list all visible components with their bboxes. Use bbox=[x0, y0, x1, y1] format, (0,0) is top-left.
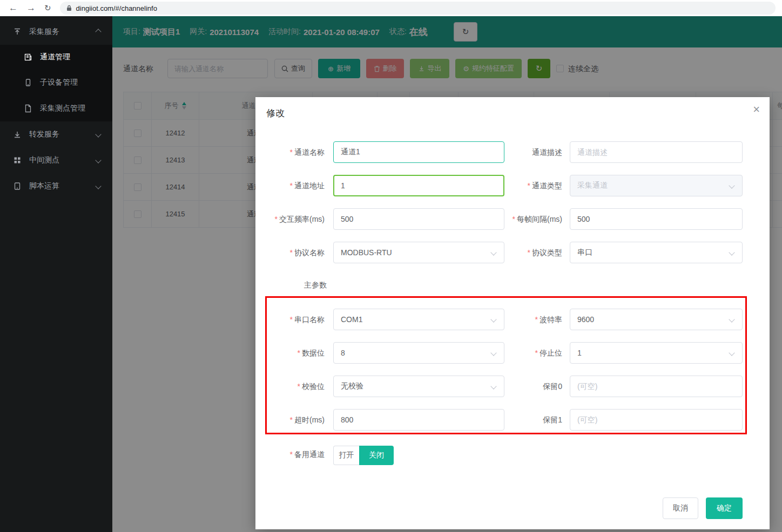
form-row: *备用通道 打开 关闭 bbox=[255, 445, 770, 464]
data-bits-select[interactable]: 8 bbox=[333, 342, 504, 364]
sidebar-item-channel-management[interactable]: 通道管理 bbox=[0, 45, 112, 70]
close-icon[interactable]: × bbox=[753, 104, 760, 115]
sidebar-item-subdevice-management[interactable]: 子设备管理 bbox=[0, 70, 112, 96]
sidebar-item-label: 子设备管理 bbox=[40, 78, 78, 87]
confirm-button[interactable]: 确定 bbox=[706, 497, 743, 519]
label-text: 备用通道 bbox=[294, 450, 325, 459]
device-icon bbox=[24, 78, 32, 87]
reserve1-input[interactable] bbox=[570, 409, 743, 431]
timeout-control bbox=[333, 409, 504, 431]
label-text: 保留1 bbox=[543, 415, 562, 424]
channel-type-select[interactable]: 采集通道 bbox=[570, 175, 743, 196]
required-mark: * bbox=[290, 315, 293, 324]
url-text: dingiiot.com/#/channelinfo bbox=[76, 4, 157, 12]
required-mark: * bbox=[290, 148, 293, 156]
chevron-up-icon bbox=[95, 29, 101, 35]
chevron-down-icon bbox=[490, 249, 496, 255]
baud-rate-select[interactable]: 9600 bbox=[570, 309, 743, 330]
sidebar-item-label: 转发服务 bbox=[29, 129, 59, 139]
form-row: *串口名称 COM1 *波特率 9600 bbox=[255, 309, 770, 330]
chevron-down-icon bbox=[490, 316, 496, 322]
chevron-down-icon bbox=[95, 183, 101, 189]
protocol-name-select[interactable]: MODBUS-RTU bbox=[333, 242, 504, 263]
channel-desc-control bbox=[570, 141, 743, 163]
chevron-down-icon bbox=[95, 157, 101, 163]
form-serial-block: *串口名称 COM1 *波特率 9600 bbox=[255, 309, 770, 442]
protocol-type-select[interactable]: 串口 bbox=[570, 242, 743, 263]
backup-on-option[interactable]: 打开 bbox=[333, 446, 359, 465]
channel-addr-input[interactable] bbox=[333, 175, 504, 196]
reserve0-label: 保留0 bbox=[504, 376, 570, 397]
sidebar-item-label: 采集测点管理 bbox=[40, 104, 85, 113]
sidebar-item-label: 通道管理 bbox=[40, 52, 70, 62]
chevron-down-icon bbox=[729, 350, 734, 356]
interact-freq-label: *交互频率(ms) bbox=[255, 208, 333, 230]
channel-name-input[interactable] bbox=[333, 141, 504, 163]
frame-interval-label: *每帧间隔(ms) bbox=[504, 208, 570, 230]
label-text: 协议名称 bbox=[294, 248, 325, 257]
interact-freq-input[interactable] bbox=[333, 208, 504, 230]
serial-name-select[interactable]: COM1 bbox=[333, 309, 504, 330]
script-icon bbox=[13, 182, 22, 190]
sidebar-item-collect-service[interactable]: 采集服务 bbox=[0, 19, 112, 45]
baud-rate-label: *波特率 bbox=[504, 309, 570, 330]
timeout-label: *超时(ms) bbox=[255, 409, 333, 431]
timeout-input[interactable] bbox=[333, 409, 504, 431]
channel-type-label: *通道类型 bbox=[504, 175, 570, 196]
channel-name-label: *通道名称 bbox=[255, 141, 333, 163]
label-text: 通道类型 bbox=[532, 181, 562, 190]
label-text: 串口名称 bbox=[294, 315, 325, 324]
sidebar: 采集服务 通道管理 子设备管理 采集测点管理 bbox=[0, 16, 112, 532]
browser-bar: ← → ↻ dingiiot.com/#/channelinfo bbox=[0, 0, 782, 16]
lock-icon bbox=[66, 5, 72, 11]
sidebar-item-script-compute[interactable]: 脚本运算 bbox=[0, 173, 112, 199]
download-icon bbox=[13, 130, 22, 139]
reserve0-control bbox=[570, 376, 743, 397]
back-icon[interactable]: ← bbox=[9, 0, 18, 16]
label-text: 数据位 bbox=[302, 349, 325, 357]
reload-icon[interactable]: ↻ bbox=[44, 0, 51, 16]
form-row: *协议名称 MODBUS-RTU *协议类型 串口 bbox=[255, 242, 770, 263]
main-params-section-label: 主参数 bbox=[304, 281, 327, 290]
required-mark: * bbox=[513, 215, 515, 223]
sidebar-item-forward-service[interactable]: 转发服务 bbox=[0, 121, 112, 147]
protocol-type-control: 串口 bbox=[570, 242, 743, 263]
sidebar-item-label: 采集服务 bbox=[29, 27, 59, 37]
sidebar-item-label: 中间测点 bbox=[29, 155, 59, 165]
data-bits-control: 8 bbox=[333, 342, 504, 364]
form-row: *数据位 8 *停止位 1 bbox=[255, 342, 770, 364]
upload-icon bbox=[13, 28, 22, 36]
reserve0-input[interactable] bbox=[570, 376, 743, 397]
channel-desc-input[interactable] bbox=[570, 141, 743, 163]
screen: ← → ↻ dingiiot.com/#/channelinfo 采集服务 bbox=[0, 0, 782, 532]
label-text: 校验位 bbox=[302, 382, 325, 391]
stop-bits-select[interactable]: 1 bbox=[570, 342, 743, 364]
stop-bits-control: 1 bbox=[570, 342, 743, 364]
protocol-type-label: *协议类型 bbox=[504, 242, 570, 263]
grid-icon bbox=[13, 156, 22, 165]
label-text: 每帧间隔(ms) bbox=[517, 215, 562, 223]
form-row: *校验位 无校验 保留0 bbox=[255, 376, 770, 397]
required-mark: * bbox=[290, 181, 293, 190]
address-bar[interactable]: dingiiot.com/#/channelinfo bbox=[60, 2, 776, 15]
form-row: *通道地址 *通道类型 采集通道 bbox=[255, 175, 770, 196]
channel-desc-label: 通道描述 bbox=[504, 141, 570, 163]
channel-addr-control bbox=[333, 175, 504, 196]
select-value: COM1 bbox=[341, 315, 362, 324]
parity-select[interactable]: 无校验 bbox=[333, 376, 504, 397]
sidebar-item-label: 脚本运算 bbox=[29, 181, 59, 191]
backup-channel-label: *备用通道 bbox=[255, 445, 333, 464]
sidebar-item-middle-points[interactable]: 中间测点 bbox=[0, 147, 112, 173]
cancel-button[interactable]: 取消 bbox=[663, 497, 698, 519]
form-row: *交互频率(ms) *每帧间隔(ms) bbox=[255, 208, 770, 230]
label-text: 波特率 bbox=[540, 315, 562, 324]
modal-title: 修改 bbox=[266, 107, 285, 119]
backup-off-option[interactable]: 关闭 bbox=[359, 446, 394, 465]
label-text: 协议类型 bbox=[532, 248, 562, 257]
reserve1-label: 保留1 bbox=[504, 409, 570, 431]
frame-interval-input[interactable] bbox=[570, 208, 743, 230]
sidebar-item-point-management[interactable]: 采集测点管理 bbox=[0, 96, 112, 121]
channel-name-control bbox=[333, 141, 504, 163]
forward-icon[interactable]: → bbox=[26, 0, 36, 16]
label-text: 交互频率(ms) bbox=[279, 215, 325, 223]
